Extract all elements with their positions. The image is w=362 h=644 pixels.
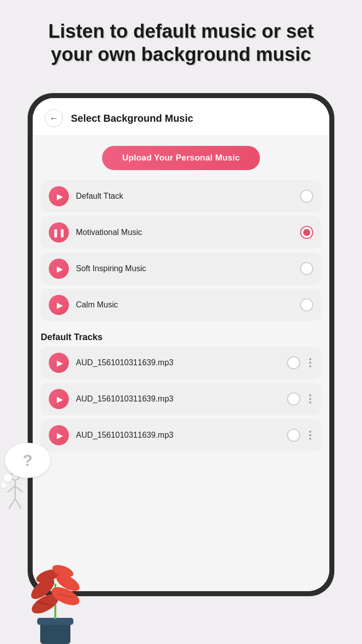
phone-screen: ← Select Background Music Upload Your Pe… (33, 98, 329, 591)
upload-personal-music-button[interactable]: Upload Your Personal Music (102, 146, 260, 170)
play-button-dt2[interactable]: ▶ (49, 389, 69, 409)
track-name-1: Default Ttack (76, 192, 293, 201)
bubble-main: ? (5, 443, 50, 478)
svg-line-16 (15, 499, 21, 509)
play-icon-4: ▶ (57, 300, 63, 310)
play-button-4[interactable]: ▶ (49, 295, 69, 315)
track-filename-dt2: AUD_1561010311639.mp3 (76, 394, 280, 404)
play-button-dt1[interactable]: ▶ (49, 353, 69, 373)
dot-1 (309, 358, 311, 360)
more-options-dt1[interactable] (307, 356, 313, 369)
back-arrow-icon: ← (49, 114, 58, 123)
music-item-calm[interactable]: ▶ Calm Music (41, 289, 321, 321)
thought-bubble: ? (0, 443, 55, 488)
header-title: Listen to default music or set your own … (0, 0, 362, 76)
pause-button-2[interactable]: ❚❚ (49, 222, 69, 243)
music-list: ▶ Default Ttack ❚❚ Motivational Music (33, 176, 329, 325)
play-icon-dt2: ▶ (57, 394, 63, 404)
play-icon-dt3: ▶ (57, 431, 63, 440)
phone-frame: ← Select Background Music Upload Your Pe… (28, 93, 334, 596)
screen-content: ← Select Background Music Upload Your Pe… (33, 98, 329, 591)
play-button-dt3[interactable]: ▶ (49, 425, 69, 445)
more-options-dt3[interactable] (307, 429, 313, 442)
radio-button-1[interactable] (300, 190, 313, 203)
question-mark: ? (23, 451, 33, 470)
svg-line-15 (9, 499, 15, 509)
dot-1 (309, 394, 311, 396)
play-button-1[interactable]: ▶ (49, 186, 69, 206)
svg-rect-1 (37, 618, 73, 625)
radio-dt3[interactable] (287, 429, 300, 442)
play-icon-dt1: ▶ (57, 358, 63, 368)
radio-button-3[interactable] (300, 262, 313, 275)
music-item-motivational[interactable]: ❚❚ Motivational Music (41, 216, 321, 249)
play-icon-3: ▶ (57, 264, 63, 274)
track-name-2: Motivational Music (76, 228, 293, 237)
plant-illustration (15, 543, 96, 644)
dot-2 (309, 362, 311, 364)
default-track-item-2[interactable]: ▶ AUD_1561010311639.mp3 (41, 383, 321, 415)
dot-3 (309, 401, 311, 404)
radio-button-2[interactable] (300, 226, 313, 239)
default-track-item-3[interactable]: ▶ AUD_1561010311639.mp3 (41, 419, 321, 451)
default-track-item-1[interactable]: ▶ AUD_1561010311639.mp3 (41, 347, 321, 379)
default-tracks-section-label: Default Tracks (33, 325, 329, 347)
track-name-4: Calm Music (76, 300, 293, 309)
radio-dt2[interactable] (287, 392, 300, 406)
track-filename-dt1: AUD_1561010311639.mp3 (76, 358, 280, 367)
screen-title: Select Background Music (71, 113, 193, 124)
dot-3 (309, 438, 311, 440)
pause-icon-2: ❚❚ (52, 228, 65, 237)
dot-2 (309, 434, 311, 436)
bubble-dot-large (4, 474, 12, 482)
dot-1 (309, 431, 311, 433)
plant-svg (15, 543, 96, 644)
radio-dt1[interactable] (287, 356, 300, 369)
dot-3 (309, 365, 311, 367)
music-item-soft-inspiring[interactable]: ▶ Soft Inspiring Music (41, 253, 321, 285)
radio-button-4[interactable] (300, 298, 313, 311)
upload-section: Upload Your Personal Music (33, 136, 329, 176)
top-bar: ← Select Background Music (33, 98, 329, 136)
play-button-3[interactable]: ▶ (49, 259, 69, 279)
track-filename-dt3: AUD_1561010311639.mp3 (76, 431, 280, 440)
bubble-dot-small (1, 483, 6, 488)
play-icon-1: ▶ (57, 192, 63, 201)
dot-2 (309, 398, 311, 400)
more-options-dt2[interactable] (307, 392, 313, 406)
back-button[interactable]: ← (45, 109, 63, 127)
track-name-3: Soft Inspiring Music (76, 264, 293, 273)
music-item-default-track[interactable]: ▶ Default Ttack (41, 180, 321, 212)
